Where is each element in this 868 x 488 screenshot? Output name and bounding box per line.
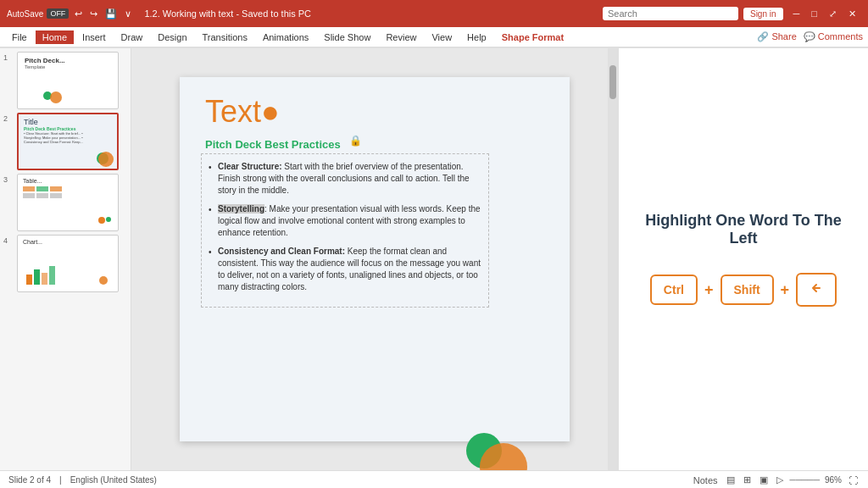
canvas-scrollbar[interactable] (608, 48, 618, 470)
slide-preview-3: Table... (17, 174, 119, 231)
slide-preview-4: Chart... (17, 235, 119, 292)
restore-button[interactable]: □ (806, 7, 822, 21)
status-right: Notes ▤ ⊞ ▣ ▷ ───── 96% ⛶ (692, 474, 860, 485)
plus-separator-1: + (704, 281, 714, 299)
title-bar-filename: 1.2. Working with text - Saved to this P… (144, 8, 311, 19)
autosave-badge[interactable]: OFF (47, 8, 69, 19)
slide-sorter-button[interactable]: ⊞ (742, 474, 753, 485)
more-tools-icon[interactable]: ∨ (122, 8, 134, 20)
slide-thumb-4[interactable]: 4 Chart... (3, 235, 127, 292)
tab-transitions[interactable]: Transitions (196, 30, 254, 44)
slide1-orange-dot (50, 92, 62, 103)
search-input[interactable] (603, 7, 738, 20)
slide-info: Slide 2 of 4 (8, 475, 51, 485)
ctrl-key: Ctrl (650, 274, 698, 305)
close-button[interactable]: ✕ (843, 7, 861, 21)
undo-icon[interactable]: ↩ (72, 8, 85, 20)
notes-button[interactable]: Notes (692, 475, 720, 485)
shortcut-title: Highlight One Word To The Left (636, 212, 851, 247)
slide-thumb-1[interactable]: 1 Pitch Deck... Template (3, 52, 127, 109)
slide-num-3: 3 (3, 174, 14, 184)
autosave-label: AutoSave (7, 9, 43, 19)
tab-home[interactable]: Home (36, 30, 74, 44)
tab-file[interactable]: File (5, 30, 34, 44)
slide-preview-1: Pitch Deck... Template (17, 52, 119, 109)
title-bar-right: Sign in ─ □ ⤢ ✕ (743, 7, 861, 21)
tab-design[interactable]: Design (151, 30, 193, 44)
slide-thumb-3[interactable]: 3 Table... (3, 174, 127, 231)
fullscreen-button[interactable]: ⤢ (824, 7, 842, 21)
slide-num-2: 2 (3, 113, 14, 123)
right-panel: Highlight One Word To The Left Ctrl + Sh… (618, 48, 868, 470)
slide-heading: Pitch Deck Best Practices (205, 138, 341, 151)
tab-view[interactable]: View (425, 30, 459, 44)
zoom-level: 96% (825, 475, 842, 485)
lock-icon: 🔒 (349, 135, 362, 147)
save-icon[interactable]: 💾 (103, 8, 120, 20)
slide-num-4: 4 (3, 235, 14, 245)
bullet-item-1: • Clear Structure: Start with the brief … (209, 161, 481, 197)
tab-draw[interactable]: Draw (114, 30, 150, 44)
comments-button[interactable]: 💬 Comments (804, 31, 863, 42)
shortcut-keys: Ctrl + Shift + (650, 273, 837, 307)
canvas-area: Text● Pitch Deck Best Practices 🔒 • Clea… (131, 48, 618, 470)
language-indicator: | (59, 475, 62, 485)
plus-separator-2: + (781, 281, 790, 299)
shift-key: Shift (721, 274, 774, 305)
tab-help[interactable]: Help (460, 30, 493, 44)
title-bar-left: AutoSave OFF ↩ ↪ 💾 ∨ 1.2. Working with t… (7, 8, 598, 20)
bullet-item-3: • Consistency and Clean Format: Keep the… (209, 246, 481, 293)
tab-review[interactable]: Review (379, 30, 423, 44)
ribbon-actions: 🔗 Share 💬 Comments (757, 31, 863, 42)
slide-panel: 1 Pitch Deck... Template 2 Title Pitch D… (0, 48, 131, 470)
normal-view-button[interactable]: ▤ (725, 474, 737, 485)
zoom-separator: ───── (790, 475, 820, 485)
tab-shape-format[interactable]: Shape Format (495, 30, 570, 44)
zoom-fit-button[interactable]: ⛶ (847, 475, 860, 485)
slideshow-button[interactable]: ▷ (775, 474, 785, 485)
minimize-button[interactable]: ─ (788, 7, 805, 21)
arrow-key (796, 273, 837, 307)
slide-preview-2: Title Pitch Deck Best Practices • Clear … (17, 113, 119, 170)
ribbon-tabs: File Home Insert Draw Design Transitions… (0, 27, 868, 47)
redo-icon[interactable]: ↪ (87, 8, 100, 20)
slide-text-box[interactable]: • Clear Structure: Start with the brief … (201, 153, 489, 308)
tab-slideshow[interactable]: Slide Show (317, 30, 377, 44)
scroll-thumb[interactable] (609, 65, 616, 99)
main-area: 1 Pitch Deck... Template 2 Title Pitch D… (0, 48, 868, 470)
signin-button[interactable]: Sign in (743, 8, 783, 20)
tab-insert[interactable]: Insert (75, 30, 113, 44)
tab-animations[interactable]: Animations (256, 30, 315, 44)
ribbon: File Home Insert Draw Design Transitions… (0, 27, 868, 48)
bullet-item-2: • Storytelling: Make your presentation v… (209, 203, 481, 239)
slide-num-1: 1 (3, 52, 14, 62)
language-label: English (United States) (70, 475, 157, 485)
reading-view-button[interactable]: ▣ (758, 474, 770, 485)
slide-canvas: Text● Pitch Deck Best Practices 🔒 • Clea… (180, 77, 570, 441)
title-bar: AutoSave OFF ↩ ↪ 💾 ∨ 1.2. Working with t… (0, 0, 868, 27)
share-button[interactable]: 🔗 Share (757, 31, 796, 42)
title-bar-icons: ↩ ↪ 💾 ∨ (72, 8, 134, 20)
slide-thumb-2[interactable]: 2 Title Pitch Deck Best Practices • Clea… (3, 113, 127, 170)
window-buttons: ─ □ ⤢ ✕ (788, 7, 861, 21)
status-bar: Slide 2 of 4 | English (United States) N… (0, 470, 868, 488)
slide-main-title: Text● (205, 94, 280, 130)
